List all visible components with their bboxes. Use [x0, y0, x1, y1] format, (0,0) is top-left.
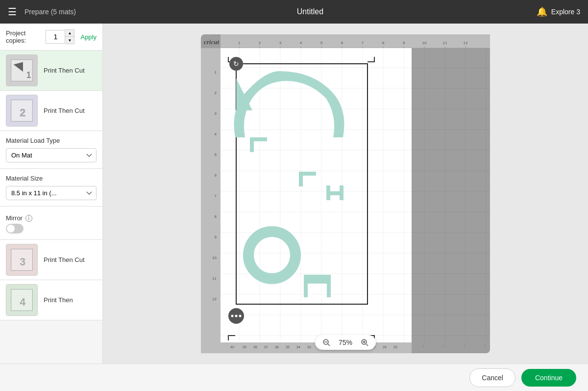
mat-item-1[interactable]: 1 Print Then Cut: [0, 51, 102, 91]
svg-text:1: 1: [215, 70, 217, 75]
svg-text:33: 33: [307, 345, 311, 349]
mat-thumb-4-svg: 4: [6, 284, 37, 316]
main-layout: Project copies: ▲ ▼ Apply 1 Print Th: [0, 24, 588, 364]
zoom-controls: 75%: [315, 335, 376, 350]
svg-text:4: 4: [422, 344, 424, 348]
mirror-toggle[interactable]: [6, 224, 24, 234]
material-load-dropdown[interactable]: On Mat Without Mat: [6, 148, 97, 162]
svg-point-119: [231, 314, 234, 317]
svg-text:cricut: cricut: [204, 38, 219, 46]
svg-text:39: 39: [243, 345, 246, 349]
zoom-out-icon: [322, 339, 330, 346]
svg-text:6: 6: [341, 41, 343, 45]
mirror-row: Mirror i: [6, 214, 97, 222]
app-header: ☰ Prepare (5 mats) Untitled 🔔 Explore 3: [0, 0, 588, 24]
material-size-title: Material Size: [6, 175, 97, 182]
svg-text:9: 9: [403, 41, 405, 45]
svg-rect-57: [412, 48, 490, 342]
mat-thumb-2-svg: 2: [6, 95, 37, 127]
svg-text:38: 38: [253, 345, 257, 349]
svg-text:37: 37: [264, 345, 268, 349]
mirror-section: Mirror i: [0, 207, 102, 240]
mat-thumb-4: 4: [6, 284, 38, 316]
mat-thumb-1: 1: [6, 54, 38, 86]
svg-point-121: [239, 314, 242, 317]
svg-text:26: 26: [383, 345, 387, 349]
mat-thumb-2: 2: [6, 95, 38, 127]
svg-rect-111: [340, 185, 343, 200]
zoom-out-button[interactable]: [321, 337, 332, 348]
bell-icon[interactable]: 🔔: [537, 6, 547, 17]
svg-text:3: 3: [279, 41, 282, 45]
mat-1-label: Print Then Cut: [44, 67, 85, 74]
svg-text:2: 2: [20, 107, 25, 119]
material-size-section: Material Size 8.5 in x 11 in (... 12 in …: [0, 169, 102, 207]
svg-rect-106: [250, 137, 254, 152]
cancel-button[interactable]: Cancel: [469, 368, 515, 387]
svg-text:9: 9: [215, 235, 217, 239]
mat-item-2[interactable]: 2 Print Then Cut: [0, 91, 102, 131]
mat-3-label: Print Then Cut: [44, 256, 85, 263]
mat-canvas-wrapper: cricut 1 2 3 4 5 6 7 8 9 10 11 12: [201, 34, 490, 353]
svg-text:35: 35: [286, 345, 290, 349]
copies-input[interactable]: [46, 30, 65, 44]
svg-rect-17: [201, 48, 220, 353]
svg-rect-113: [304, 275, 331, 284]
mat-thumb-3: 3: [6, 244, 38, 276]
machine-name: Explore 3: [551, 8, 580, 16]
svg-text:5: 5: [320, 41, 323, 45]
svg-text:3: 3: [443, 344, 445, 348]
svg-text:3: 3: [215, 111, 217, 116]
mirror-info-icon[interactable]: i: [25, 215, 32, 222]
svg-rect-16: [220, 34, 490, 48]
svg-text:3: 3: [20, 256, 25, 268]
svg-point-120: [235, 314, 238, 317]
mat-canvas-svg: cricut 1 2 3 4 5 6 7 8 9 10 11 12: [201, 34, 490, 353]
mat-item-3[interactable]: 3 Print Then Cut: [0, 240, 102, 280]
svg-text:40: 40: [230, 345, 234, 349]
mat-item-4[interactable]: 4 Print Then: [0, 280, 102, 320]
svg-text:10: 10: [422, 41, 427, 45]
zoom-in-button[interactable]: [359, 337, 370, 348]
mat-2-label: Print Then Cut: [44, 107, 85, 114]
svg-text:36: 36: [275, 345, 279, 349]
svg-rect-108: [299, 172, 303, 186]
copies-arrows: ▲ ▼: [65, 29, 74, 44]
svg-text:11: 11: [212, 276, 217, 281]
prepare-label: Prepare (5 mats): [24, 8, 76, 16]
svg-text:7: 7: [362, 41, 364, 45]
svg-text:34: 34: [296, 345, 300, 349]
mat-4-label: Print Then: [44, 296, 73, 304]
mat-thumb-3-svg: 3: [6, 244, 37, 276]
mirror-label: Mirror: [6, 214, 23, 222]
apply-button[interactable]: Apply: [80, 33, 97, 41]
copies-down-button[interactable]: ▼: [65, 37, 74, 44]
svg-text:2: 2: [215, 91, 217, 95]
svg-text:6: 6: [215, 173, 217, 178]
svg-text:2: 2: [464, 344, 466, 348]
svg-text:1: 1: [484, 344, 486, 348]
copies-input-group: ▲ ▼: [46, 29, 74, 44]
svg-text:11: 11: [443, 41, 447, 45]
svg-rect-114: [304, 284, 308, 297]
svg-text:7: 7: [215, 194, 217, 198]
material-load-title: Material Load Type: [6, 137, 97, 144]
material-size-dropdown[interactable]: 8.5 in x 11 in (... 12 in x 12 in: [6, 186, 97, 200]
project-copies-section: Project copies: ▲ ▼ Apply: [0, 24, 102, 51]
svg-text:25: 25: [393, 345, 397, 349]
document-title: Untitled: [84, 7, 537, 16]
svg-text:4: 4: [20, 296, 25, 308]
mat-thumb-1-svg: 1: [6, 54, 37, 86]
svg-line-141: [328, 344, 330, 346]
svg-text:4: 4: [300, 41, 302, 45]
copies-up-button[interactable]: ▲: [65, 30, 74, 37]
footer: Cancel Continue: [0, 364, 588, 391]
menu-icon[interactable]: ☰: [8, 6, 17, 18]
svg-text:12: 12: [464, 41, 468, 45]
continue-button[interactable]: Continue: [521, 369, 576, 387]
svg-rect-115: [327, 284, 331, 297]
svg-text:4: 4: [215, 132, 217, 136]
svg-text:2: 2: [259, 41, 261, 45]
svg-text:12: 12: [212, 297, 217, 301]
svg-text:8: 8: [215, 214, 217, 219]
